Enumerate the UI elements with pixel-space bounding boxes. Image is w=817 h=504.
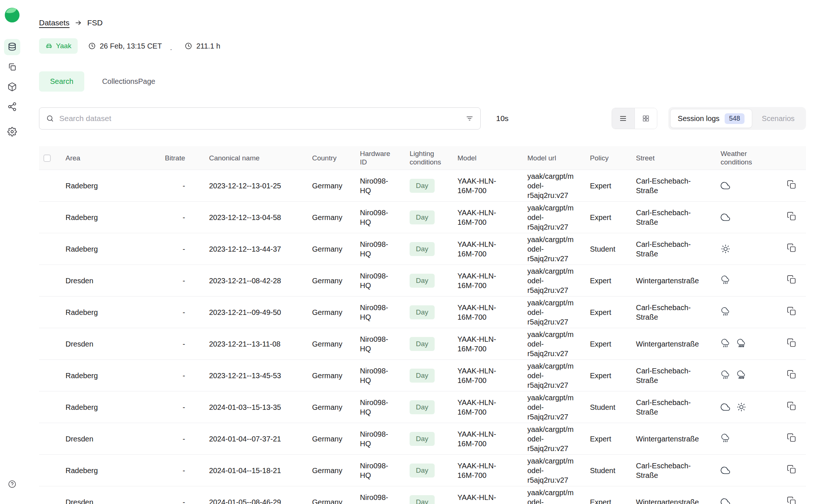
- area-cell: Radeberg: [58, 455, 143, 486]
- hardware-id-cell: Niro098-HQ: [353, 391, 402, 423]
- area-value: Radeberg: [66, 372, 98, 380]
- rain-icon: [721, 276, 731, 285]
- sun-icon: [736, 402, 746, 412]
- copy-button[interactable]: [787, 243, 796, 253]
- right-controls: Session logs 548 Scenarios: [612, 107, 806, 130]
- list-view-button[interactable]: [612, 108, 634, 129]
- bitrate-cell: -: [143, 423, 202, 455]
- copy-button[interactable]: [787, 180, 796, 189]
- weather-conditions-cell: [713, 455, 768, 486]
- street-value: Wintergartenstraße: [636, 434, 699, 444]
- copy-button[interactable]: [787, 275, 796, 284]
- model-value: YAAK-HLN-16M-700: [457, 239, 498, 259]
- duration-text: 211.1 h: [196, 42, 220, 50]
- table-row[interactable]: Dresden - 2024-01-05--08-46-29 Germany N…: [39, 486, 806, 504]
- model-cell: YAAK-HLN-16M-700: [450, 202, 520, 233]
- model-value: YAAK-HLN-16M-700: [457, 208, 498, 227]
- table-row[interactable]: Dresden - 2024-01-04--07-37-21 Germany N…: [39, 423, 806, 455]
- table-row[interactable]: Dresden - 2023-12-21--13-11-08 Germany N…: [39, 328, 806, 360]
- search-icon: [46, 114, 54, 123]
- policy-cell: Expert: [583, 202, 629, 233]
- area-cell: Radeberg: [58, 360, 143, 391]
- workflow-icon: [7, 102, 17, 111]
- weather-icons: [721, 181, 763, 191]
- copy-button[interactable]: [787, 370, 796, 379]
- breadcrumb-datasets-link[interactable]: Datasets: [39, 18, 70, 27]
- filter-button[interactable]: [466, 114, 474, 123]
- model-url-cell: yaak/cargpt/model-r5ajq2ru:v27: [520, 297, 583, 328]
- country-value: Germany: [312, 182, 342, 190]
- tab-collections-page[interactable]: CollectionsPage: [91, 71, 166, 92]
- bitrate-value: -: [183, 435, 185, 443]
- table-row[interactable]: Radeberg - 2024-01-03--15-13-35 Germany …: [39, 391, 806, 423]
- policy-value: Expert: [590, 277, 611, 285]
- country-cell: Germany: [305, 170, 353, 202]
- session-logs-segment[interactable]: Session logs 548: [670, 109, 752, 128]
- policy-value: Expert: [590, 182, 611, 190]
- app-logo-icon[interactable]: [4, 7, 20, 23]
- row-select-cell: [39, 297, 58, 328]
- hardware-id-value: Niro098-HQ: [360, 176, 395, 195]
- lighting-conditions-cell: Day: [402, 170, 450, 202]
- tab-search[interactable]: Search: [39, 71, 84, 92]
- table-row[interactable]: Radeberg - 2023-12-12--13-04-58 Germany …: [39, 202, 806, 233]
- sidebar-item-collections[interactable]: [4, 59, 20, 75]
- scenarios-segment[interactable]: Scenarios: [752, 109, 804, 128]
- cloud-icon: [721, 402, 731, 412]
- model-value: YAAK-HLN-16M-700: [457, 429, 498, 448]
- actions-cell: [768, 233, 806, 265]
- lighting-badge: Day: [410, 274, 435, 288]
- bitrate-value: -: [183, 466, 185, 475]
- canonical-name-value: 2023-12-12--13-04-58: [209, 213, 281, 221]
- grid-view-button[interactable]: [634, 108, 657, 129]
- row-select-cell: [39, 455, 58, 486]
- area-value: Dresden: [66, 340, 93, 348]
- sidebar-item-datasets[interactable]: [4, 39, 20, 55]
- table-row[interactable]: Radeberg - 2023-12-12--13-01-25 Germany …: [39, 170, 806, 202]
- bitrate-value: -: [183, 372, 185, 380]
- copy-icon: [787, 465, 796, 474]
- hardware-id-cell: Niro098-HQ: [353, 328, 402, 360]
- copy-button[interactable]: [787, 433, 796, 443]
- model-value: YAAK-HLN-16M-700: [457, 493, 498, 504]
- policy-value: Student: [590, 466, 615, 475]
- copy-button[interactable]: [787, 338, 796, 348]
- lighting-conditions-cell: Day: [402, 391, 450, 423]
- refresh-interval[interactable]: 10s: [496, 114, 509, 123]
- actions-cell: [768, 423, 806, 455]
- street-value: Carl-Eschebach-Straße: [636, 398, 708, 417]
- search-input[interactable]: [59, 114, 460, 123]
- weather-conditions-cell: [713, 202, 768, 233]
- table-row[interactable]: Dresden - 2023-12-21--08-42-28 Germany N…: [39, 265, 806, 297]
- weather-icons: [721, 497, 763, 504]
- lighting-badge: Day: [410, 464, 435, 478]
- street-cell: Carl-Eschebach-Straße: [629, 170, 713, 202]
- country-cell: Germany: [305, 233, 353, 265]
- dataset-chip[interactable]: Yaak: [39, 38, 78, 54]
- copy-button[interactable]: [787, 496, 796, 504]
- main-content: Datasets FSD Yaak 26 Feb, 13:15 CET . 21…: [24, 0, 817, 504]
- table-row[interactable]: Radeberg - 2024-01-04--15-18-21 Germany …: [39, 455, 806, 486]
- sidebar-item-settings[interactable]: [4, 124, 20, 140]
- canonical-name-cell: 2024-01-04--15-18-21: [202, 455, 305, 486]
- copy-button[interactable]: [787, 306, 796, 316]
- sidebar-item-workflows[interactable]: [4, 99, 20, 115]
- copy-button[interactable]: [787, 465, 796, 474]
- select-all-checkbox[interactable]: [43, 155, 51, 162]
- sidebar-item-packages[interactable]: [4, 79, 20, 95]
- table-row[interactable]: Radeberg - 2023-12-21--13-45-53 Germany …: [39, 360, 806, 391]
- area-cell: Radeberg: [58, 233, 143, 265]
- table-row[interactable]: Radeberg - 2023-12-21--09-49-50 Germany …: [39, 297, 806, 328]
- street-value: Carl-Eschebach-Straße: [636, 176, 708, 195]
- policy-value: Student: [590, 245, 615, 253]
- clock-icon: [88, 42, 96, 50]
- weather-icons: [721, 434, 763, 444]
- copy-button[interactable]: [787, 212, 796, 221]
- column-header-policy: Policy: [583, 146, 629, 170]
- sidebar-item-help[interactable]: [4, 476, 20, 492]
- copy-button[interactable]: [787, 401, 796, 411]
- table-row[interactable]: Radeberg - 2023-12-12--13-44-37 Germany …: [39, 233, 806, 265]
- model-url-cell: yaak/cargpt/model-r5ajq2ru:v27: [520, 360, 583, 391]
- bitrate-value: -: [183, 213, 185, 221]
- lighting-conditions-cell: Day: [402, 202, 450, 233]
